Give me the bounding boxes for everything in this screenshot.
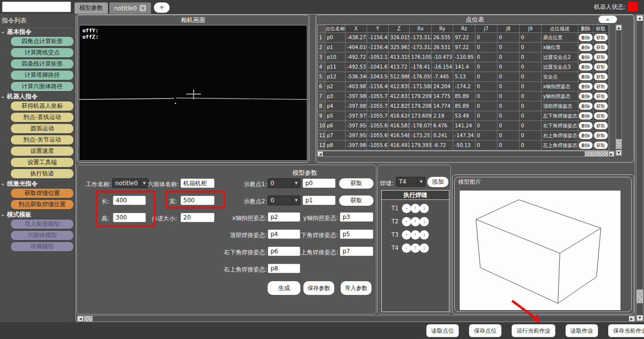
get-point-button[interactable]: 获取 (594, 142, 608, 149)
sidebar-item[interactable]: 获得机器人坐标 (10, 101, 74, 111)
width-input[interactable] (180, 195, 215, 205)
move-down-icon[interactable]: ↓ (420, 204, 429, 213)
remove-weld-button[interactable]: - (402, 243, 411, 253)
tab-notitle0[interactable]: notitle0× (109, 2, 151, 14)
get-point-button[interactable]: 获取 (594, 102, 608, 110)
move-up-icon[interactable]: ↑ (411, 230, 420, 240)
get-point-button[interactable]: 获取 (594, 122, 608, 129)
sidebar-group-header[interactable]: ⌄模式模板 (0, 211, 74, 218)
pose-field-input[interactable] (268, 264, 300, 273)
step-size-input[interactable] (180, 213, 215, 222)
pose-field-input[interactable] (340, 229, 373, 239)
teach-point1-dropdown[interactable]: 0 ▼ (268, 178, 300, 188)
get-point-button[interactable]: 获取 (594, 112, 608, 120)
scroll-left-icon[interactable]: ◀ (318, 151, 323, 156)
delete-point-button[interactable]: 删除 (579, 102, 593, 110)
close-icon[interactable]: × (140, 5, 146, 11)
main-horizontal-scrollbar[interactable]: ◀ ▶ (77, 315, 635, 322)
get-teach-point2-button[interactable]: 获取 (339, 195, 373, 206)
delete-point-button[interactable]: 删除 (579, 132, 593, 139)
sidebar-item[interactable]: 六面体模型 (10, 230, 74, 241)
scroll-right-icon[interactable]: ▶ (629, 316, 635, 321)
delete-point-button[interactable]: 删除 (579, 83, 593, 90)
save-params-button[interactable]: 保存参数 (303, 281, 334, 295)
sidebar-item[interactable]: 塔脚模型 (10, 242, 74, 252)
delete-point-button[interactable]: 删除 (579, 34, 593, 41)
sidebar-item[interactable]: 到点-直线运动 (10, 112, 74, 122)
sidebar-item[interactable]: 到点获取焊缝位置 (10, 199, 74, 210)
sidebar-item[interactable]: 四角点计算矩形 (10, 36, 74, 47)
sidebar-item[interactable]: 到点-关节运动 (10, 135, 74, 145)
scroll-thumb[interactable] (84, 316, 93, 321)
scroll-thumb[interactable] (585, 151, 608, 156)
run-current-job-button[interactable]: 运行当前作业 (512, 324, 555, 337)
get-point-button[interactable]: 获取 (594, 93, 608, 100)
table-horizontal-scrollbar[interactable]: ◀ ▶ (317, 151, 615, 157)
delete-point-button[interactable]: 删除 (579, 142, 593, 149)
delete-point-button[interactable]: 删除 (579, 122, 593, 129)
add-point-button[interactable]: + (598, 16, 617, 23)
length-input[interactable] (113, 195, 146, 205)
job-name-dropdown[interactable]: notitle0 ▼ (112, 178, 149, 188)
read-points-button[interactable]: 读取点位 (426, 324, 459, 337)
sidebar-item[interactable]: 计算两线交点 (10, 48, 74, 58)
pose-field-input[interactable] (340, 212, 373, 222)
new-tab-button[interactable]: + (154, 2, 170, 13)
outer-vertical-scrollbar[interactable]: ▲ ▼ (636, 15, 644, 321)
remove-weld-button[interactable]: - (402, 217, 411, 226)
delete-point-button[interactable]: 删除 (579, 112, 593, 120)
move-down-icon[interactable]: ↓ (420, 230, 429, 240)
import-params-button[interactable]: 导入参数 (341, 281, 372, 295)
sidebar-item[interactable]: 设置速度 (10, 146, 74, 156)
move-down-icon[interactable]: ↓ (420, 243, 429, 253)
move-up-icon[interactable]: ↑ (411, 204, 420, 213)
read-job-button[interactable]: 读取作业 (566, 324, 598, 337)
scroll-up-icon[interactable]: ▲ (616, 25, 621, 30)
sidebar-item[interactable]: 导入矩形模型 (10, 219, 74, 229)
move-up-icon[interactable]: ↑ (411, 217, 420, 226)
height-input[interactable] (113, 213, 146, 222)
teach-point2-input[interactable] (302, 195, 336, 205)
scroll-thumb[interactable] (616, 139, 621, 149)
teach-point1-input[interactable] (302, 178, 336, 188)
remove-weld-button[interactable]: - (402, 230, 411, 240)
get-teach-point1-button[interactable]: 获取 (339, 178, 373, 189)
table-vertical-scrollbar[interactable]: ▲ ▼ (616, 24, 622, 156)
scroll-up-icon[interactable]: ▲ (637, 15, 643, 21)
generate-button[interactable]: 生成 (268, 281, 300, 295)
hexahedron-name-input[interactable] (180, 178, 215, 188)
get-point-button[interactable]: 获取 (594, 34, 608, 41)
get-point-button[interactable]: 获取 (594, 83, 608, 90)
get-point-button[interactable]: 获取 (594, 63, 608, 71)
delete-point-button[interactable]: 删除 (579, 93, 593, 100)
move-down-icon[interactable]: ↓ (420, 217, 429, 226)
move-up-icon[interactable]: ↑ (411, 243, 420, 253)
scroll-thumb[interactable] (637, 290, 643, 303)
save-points-button[interactable]: 保存点位 (469, 324, 501, 337)
tab-模型参数[interactable]: 模型参数 (74, 2, 108, 14)
delete-point-button[interactable]: 删除 (579, 53, 593, 61)
pose-field-input[interactable] (340, 246, 373, 256)
delete-point-button[interactable]: 删除 (579, 44, 593, 51)
scroll-down-icon[interactable]: ▼ (616, 150, 621, 155)
add-weld-seam-button[interactable]: 添加 (427, 177, 448, 187)
sidebar-item[interactable]: 获取焊缝位置 (10, 188, 74, 198)
scroll-left-icon[interactable]: ◀ (77, 316, 83, 321)
sidebar-group-header[interactable]: ⌄机器人指令 (0, 93, 74, 100)
delete-point-button[interactable]: 删除 (579, 73, 593, 80)
sidebar-item[interactable]: 设置工具端 (10, 157, 74, 168)
sidebar-item[interactable]: 计算六面体路径 (10, 81, 74, 92)
scroll-down-icon[interactable]: ▼ (637, 315, 643, 321)
teach-point2-dropdown[interactable]: 0 ▼ (268, 195, 300, 205)
get-point-button[interactable]: 获取 (594, 73, 608, 80)
get-point-button[interactable]: 获取 (594, 132, 608, 139)
sidebar-item[interactable]: 四条线计算矩形 (10, 59, 74, 69)
sidebar-group-header[interactable]: ⌄线激光指令 (0, 180, 74, 187)
get-point-button[interactable]: 获取 (594, 53, 608, 61)
save-current-job-button[interactable]: 保存当前作业 (608, 324, 644, 337)
weld-seam-dropdown[interactable]: T4 ▼ (396, 177, 425, 187)
sidebar-item[interactable]: 圆弧运动 (10, 123, 74, 134)
sidebar-item[interactable]: 执行轨迹 (10, 169, 74, 179)
sidebar-group-header[interactable]: ⌄基本指令 (0, 28, 74, 35)
command-search-input[interactable] (2, 1, 71, 12)
